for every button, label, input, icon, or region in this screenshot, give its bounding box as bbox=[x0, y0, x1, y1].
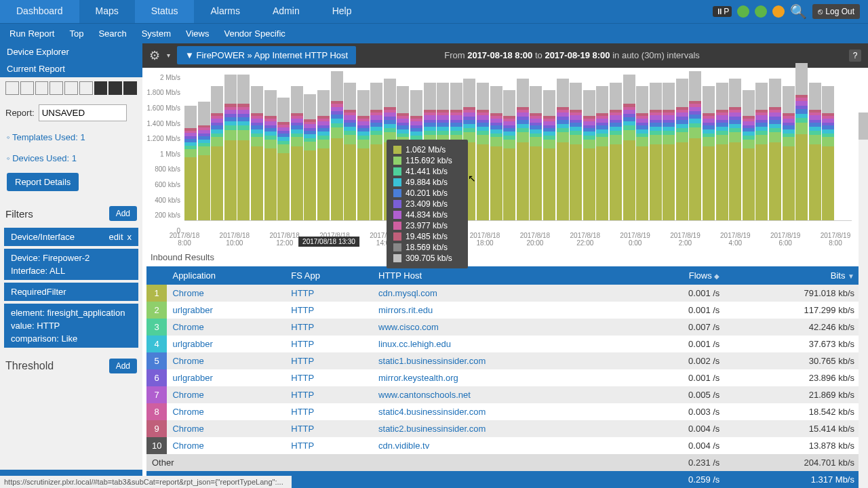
chart[interactable]: 2017/08/18 13:30 ↖ 2 Mb/s1.800 Mb/s1.600… bbox=[142, 68, 868, 248]
chart-bar[interactable] bbox=[663, 83, 675, 220]
host-link[interactable]: www.cantonschools.net bbox=[378, 390, 471, 400]
chart-bar[interactable] bbox=[530, 86, 542, 220]
chart-bar[interactable] bbox=[822, 86, 834, 220]
host-link[interactable]: cdn.vidible.tv bbox=[378, 441, 429, 451]
chart-bar[interactable] bbox=[729, 79, 741, 220]
host-link[interactable]: static1.businessinsider.com bbox=[378, 356, 486, 366]
fsapp-link[interactable]: HTTP bbox=[291, 288, 314, 298]
export-pdf-icon[interactable] bbox=[108, 81, 122, 95]
col-application[interactable]: Application bbox=[167, 266, 285, 285]
report-details-button[interactable]: Report Details bbox=[7, 173, 79, 191]
chart-bar[interactable] bbox=[490, 86, 502, 220]
table-row[interactable]: 7ChromeHTTPwww.cantonschools.net0.005 /s… bbox=[146, 386, 860, 403]
app-link[interactable]: Chrome bbox=[172, 356, 203, 366]
table-row[interactable]: 9ChromeHTTPstatic2.businessinsider.com0.… bbox=[146, 420, 860, 437]
chart-bar[interactable] bbox=[331, 71, 343, 220]
fsapp-link[interactable]: HTTP bbox=[291, 373, 314, 383]
chart-bar[interactable] bbox=[570, 83, 582, 220]
chart-bar[interactable] bbox=[251, 86, 263, 220]
table-row[interactable]: 10ChromeHTTPcdn.vidible.tv0.004 /s13.878… bbox=[146, 437, 860, 454]
chart-bar[interactable] bbox=[610, 83, 622, 220]
chart-bar[interactable] bbox=[596, 86, 608, 220]
tab-help[interactable]: Help bbox=[316, 0, 368, 23]
gear-icon[interactable]: ⚙ bbox=[149, 48, 160, 63]
app-link[interactable]: urlgrabber bbox=[172, 305, 212, 315]
app-link[interactable]: Chrome bbox=[172, 288, 203, 298]
tab-maps[interactable]: Maps bbox=[79, 0, 135, 23]
report-name-input[interactable] bbox=[39, 104, 127, 121]
add-threshold-button[interactable]: Add bbox=[109, 359, 137, 373]
export-mail-icon[interactable] bbox=[123, 81, 137, 95]
chart-bar[interactable] bbox=[357, 90, 370, 220]
tab-dashboard[interactable]: Dashboard bbox=[0, 0, 79, 23]
col-fsapp[interactable]: FS App bbox=[285, 266, 373, 285]
status-warn-icon[interactable] bbox=[772, 5, 785, 18]
app-link[interactable]: Chrome bbox=[172, 441, 203, 451]
tool-icon-5[interactable] bbox=[64, 81, 78, 95]
app-link[interactable]: urlgrabber bbox=[172, 339, 212, 349]
nav-views[interactable]: Views bbox=[186, 28, 209, 39]
park-icon[interactable]: ⏸P bbox=[713, 6, 732, 17]
filter-device-interface[interactable]: Device/Interface edit x bbox=[4, 228, 138, 246]
chart-bar[interactable] bbox=[650, 83, 662, 220]
tool-icon-3[interactable] bbox=[35, 81, 49, 95]
chart-bar[interactable] bbox=[370, 83, 382, 220]
table-row[interactable]: 1ChromeHTTPcdn.mysql.com0.001 /s791.018 … bbox=[146, 285, 860, 302]
chart-bar[interactable] bbox=[237, 75, 250, 220]
app-link[interactable]: Chrome bbox=[172, 322, 203, 332]
search-icon[interactable]: 🔍 bbox=[790, 3, 807, 20]
add-filter-button[interactable]: Add bbox=[109, 206, 137, 221]
fsapp-link[interactable]: HTTP bbox=[291, 305, 314, 315]
host-link[interactable]: mirrors.rit.edu bbox=[378, 305, 433, 315]
chart-bar[interactable] bbox=[317, 90, 330, 220]
host-link[interactable]: static2.businessinsider.com bbox=[378, 424, 486, 434]
chart-bar[interactable] bbox=[277, 98, 290, 220]
status-ok-icon[interactable] bbox=[737, 5, 749, 18]
app-link[interactable]: Chrome bbox=[172, 390, 203, 400]
chart-bar[interactable] bbox=[304, 94, 316, 220]
nav-vendor[interactable]: Vendor Specific bbox=[224, 28, 285, 39]
nav-run-report[interactable]: Run Report bbox=[9, 28, 54, 39]
chart-bar[interactable] bbox=[716, 83, 728, 220]
chart-bar[interactable] bbox=[795, 63, 808, 220]
nav-search[interactable]: Search bbox=[98, 28, 126, 39]
app-link[interactable]: Chrome bbox=[172, 424, 203, 434]
chart-bar[interactable] bbox=[743, 90, 755, 220]
help-icon[interactable]: ? bbox=[849, 49, 861, 62]
status-ok2-icon[interactable] bbox=[755, 5, 767, 18]
table-row[interactable]: 8ChromeHTTPstatic4.businessinsider.com0.… bbox=[146, 403, 860, 420]
chart-bar[interactable] bbox=[557, 79, 569, 220]
fsapp-link[interactable]: HTTP bbox=[291, 407, 314, 417]
host-link[interactable]: www.cisco.com bbox=[378, 322, 439, 332]
nav-top[interactable]: Top bbox=[69, 28, 83, 39]
col-bits[interactable]: Bits ▼ bbox=[725, 266, 860, 285]
chart-bar[interactable] bbox=[583, 90, 595, 220]
chart-bar[interactable] bbox=[769, 79, 781, 220]
chart-bar[interactable] bbox=[676, 79, 688, 220]
tab-admin[interactable]: Admin bbox=[256, 0, 316, 23]
chart-bar[interactable] bbox=[184, 106, 197, 220]
logout-button[interactable]: ⎋Log Out bbox=[812, 4, 860, 19]
filter-edit-link[interactable]: edit bbox=[109, 232, 123, 242]
tool-icon-4[interactable] bbox=[50, 81, 63, 95]
sidebar-device-explorer[interactable]: Device Explorer bbox=[0, 43, 142, 60]
table-row[interactable]: 2urlgrabberHTTPmirrors.rit.edu0.001 /s11… bbox=[146, 302, 860, 319]
tab-alarms[interactable]: Alarms bbox=[194, 0, 256, 23]
chart-bar[interactable] bbox=[517, 79, 529, 220]
chart-bar[interactable] bbox=[211, 86, 223, 220]
chart-bar[interactable] bbox=[503, 90, 515, 220]
col-num[interactable] bbox=[146, 266, 167, 285]
export-csv-icon[interactable] bbox=[94, 81, 108, 95]
tool-icon-1[interactable] bbox=[5, 81, 19, 95]
filter-close-icon[interactable]: x bbox=[127, 232, 132, 242]
chart-bar[interactable] bbox=[477, 83, 489, 220]
chart-bar[interactable] bbox=[264, 90, 277, 220]
table-row[interactable]: 4urlgrabberHTTPlinux.cc.lehigh.edu0.001 … bbox=[146, 336, 860, 352]
fsapp-link[interactable]: HTTP bbox=[291, 441, 314, 451]
table-row[interactable]: 3ChromeHTTPwww.cisco.com0.007 /s42.246 k… bbox=[146, 319, 860, 336]
col-flows[interactable]: Flows ◆ bbox=[633, 266, 726, 285]
app-link[interactable]: Chrome bbox=[172, 407, 203, 417]
host-link[interactable]: linux.cc.lehigh.edu bbox=[378, 339, 451, 349]
chart-bar[interactable] bbox=[703, 86, 715, 220]
fsapp-link[interactable]: HTTP bbox=[291, 339, 314, 349]
